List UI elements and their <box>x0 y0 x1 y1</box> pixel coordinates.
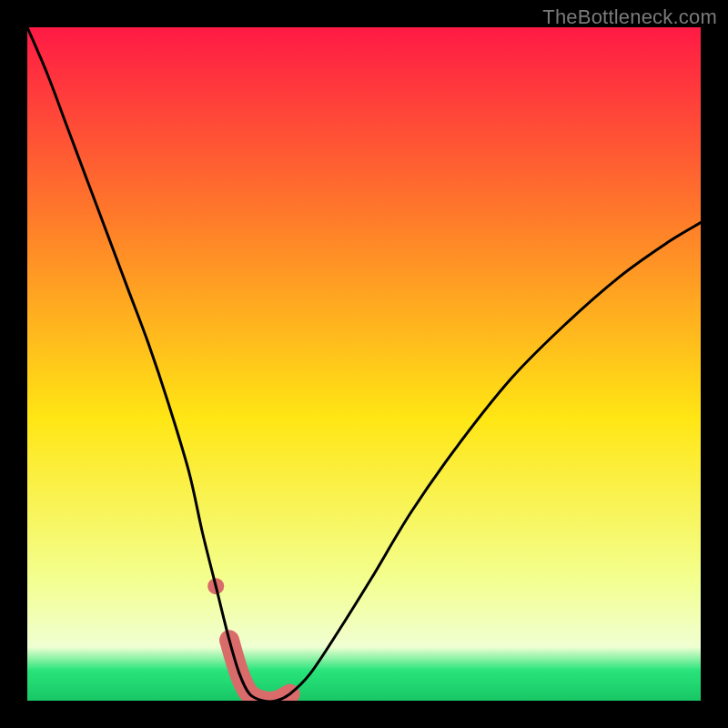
gradient-background <box>27 27 701 701</box>
chart-svg <box>27 27 701 701</box>
plot-area <box>27 27 701 701</box>
chart-frame: TheBottleneck.com <box>0 0 728 728</box>
watermark-text: TheBottleneck.com <box>542 5 717 29</box>
